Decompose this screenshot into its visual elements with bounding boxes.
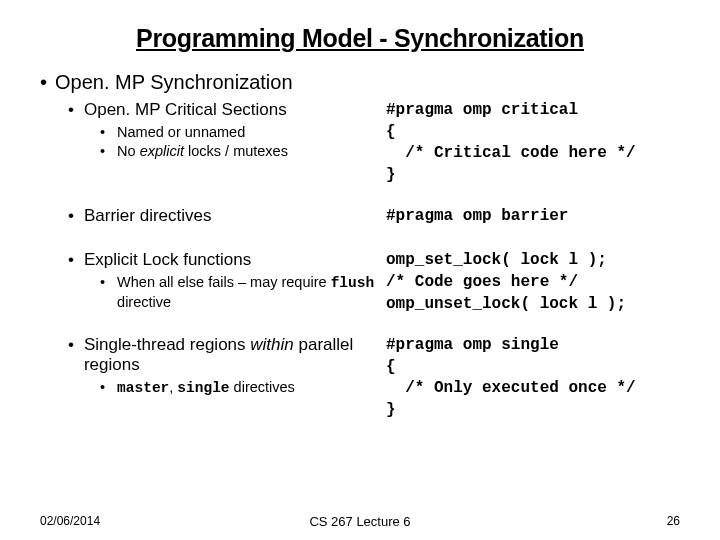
heading-single-thread: • Single-thread regions within parallel … bbox=[68, 335, 380, 375]
heading-lock-functions: • Explicit Lock functions bbox=[68, 250, 380, 270]
item-no-explicit-locks: • No explicit locks / mutexes bbox=[100, 143, 380, 159]
code-barrier: #pragma omp barrier bbox=[386, 206, 680, 228]
item-master-single: • master, single directives bbox=[100, 379, 380, 399]
heading-critical-sections: • Open. MP Critical Sections bbox=[68, 100, 380, 120]
item-named-unnamed: • Named or unnamed bbox=[100, 124, 380, 140]
heading-openmp-sync: • Open. MP Synchronization bbox=[40, 71, 680, 94]
slide-title: Programming Model - Synchronization bbox=[40, 24, 680, 53]
code-critical: #pragma omp critical { /* Critical code … bbox=[386, 100, 680, 186]
heading-barrier: • Barrier directives bbox=[68, 206, 380, 226]
footer: 02/06/2014 CS 267 Lecture 6 26 bbox=[0, 514, 720, 528]
footer-date: 02/06/2014 bbox=[40, 514, 100, 528]
code-single: #pragma omp single { /* Only executed on… bbox=[386, 335, 680, 421]
item-flush-directive: • When all else fails – may require flus… bbox=[100, 274, 380, 310]
footer-page: 26 bbox=[667, 514, 680, 528]
code-lock: omp_set_lock( lock l ); /* Code goes her… bbox=[386, 250, 680, 315]
footer-center: CS 267 Lecture 6 bbox=[309, 514, 410, 529]
